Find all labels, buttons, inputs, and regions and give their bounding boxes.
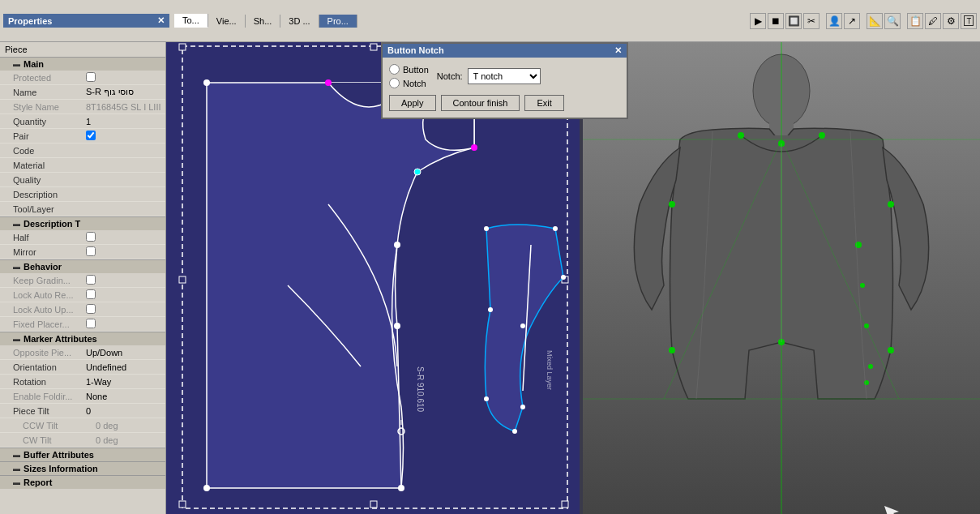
half-label: Half bbox=[13, 233, 86, 242]
svg-rect-3 bbox=[370, 44, 377, 50]
svg-point-29 bbox=[488, 307, 493, 312]
section-desc-label: Description T bbox=[24, 219, 80, 229]
radio-notch[interactable]: Notch bbox=[389, 78, 429, 88]
lock-auto-up-checkbox[interactable] bbox=[86, 304, 96, 314]
toolbar-icon-5[interactable]: 👤 bbox=[826, 13, 842, 29]
radio-notch-input[interactable] bbox=[389, 78, 400, 88]
svg-point-13 bbox=[471, 144, 477, 151]
keep-grading-checkbox[interactable] bbox=[86, 275, 96, 285]
svg-point-52 bbox=[868, 364, 873, 369]
close-icon[interactable]: ✕ bbox=[157, 15, 165, 26]
svg-point-26 bbox=[520, 405, 525, 409]
svg-point-27 bbox=[512, 429, 517, 434]
svg-point-51 bbox=[864, 323, 869, 328]
toolbar-icon-9[interactable]: 📋 bbox=[907, 13, 923, 29]
svg-point-28 bbox=[484, 396, 489, 401]
svg-point-47 bbox=[888, 347, 894, 353]
section-marker[interactable]: ▬ Marker Attributes bbox=[0, 332, 165, 345]
section-description-t[interactable]: ▬ Description T bbox=[0, 216, 165, 230]
toolbar-icon-2[interactable]: ⏹ bbox=[768, 13, 784, 29]
lock-auto-re-value bbox=[86, 289, 162, 301]
canvas-area: S-R 910.610 Mixed Layer bbox=[166, 42, 980, 514]
svg-rect-7 bbox=[179, 501, 186, 508]
dialog-body: Button Notch Notch: T notchV notchCastle… bbox=[383, 58, 627, 118]
description-label: Description bbox=[13, 190, 86, 199]
section-buffer[interactable]: ▬ Buffer Attributes bbox=[0, 448, 165, 461]
piece-label: Piece bbox=[0, 42, 165, 57]
toolbar-icon-6[interactable]: ↗ bbox=[844, 13, 860, 29]
mannequin-container bbox=[583, 42, 980, 514]
svg-point-16 bbox=[394, 323, 400, 329]
expand-icon-sizes: ▬ bbox=[13, 465, 20, 473]
notch-label: Notch: bbox=[437, 71, 463, 81]
svg-point-25 bbox=[520, 323, 525, 328]
name-value: S-R סוסי גוף bbox=[86, 87, 162, 97]
toolbar-icon-1[interactable]: ▶ bbox=[750, 13, 766, 29]
quantity-label: Quantity bbox=[13, 117, 86, 126]
protected-checkbox[interactable] bbox=[86, 72, 96, 82]
main-area: Piece ▬ Main Protected Name S-R סוסי גוף… bbox=[0, 42, 980, 514]
rotation-label: Rotation bbox=[13, 377, 86, 387]
prop-protected: Protected bbox=[0, 71, 165, 85]
expand-icon-report: ▬ bbox=[13, 478, 20, 486]
lock-auto-re-checkbox[interactable] bbox=[86, 289, 96, 299]
half-value bbox=[86, 232, 162, 243]
tab-to[interactable]: To... bbox=[174, 14, 208, 28]
rotation-value: 1-Way bbox=[86, 377, 162, 387]
lock-auto-up-value bbox=[86, 304, 162, 315]
tab-vie[interactable]: Vie... bbox=[208, 15, 246, 28]
dialog-title-bar[interactable]: Button Notch ✕ bbox=[383, 44, 627, 58]
exit-button[interactable]: Exit bbox=[524, 95, 563, 111]
pair-value bbox=[86, 131, 162, 142]
toolbar-icon-4[interactable]: ✂ bbox=[803, 13, 820, 29]
prop-description: Description bbox=[0, 187, 165, 202]
radio-button[interactable]: Button bbox=[389, 64, 429, 75]
viewer-3d[interactable] bbox=[583, 42, 980, 514]
section-sizes[interactable]: ▬ Sizes Information bbox=[0, 461, 165, 475]
dialog-close-icon[interactable]: ✕ bbox=[614, 45, 622, 56]
dialog-title: Button Notch bbox=[387, 45, 444, 56]
half-checkbox[interactable] bbox=[86, 232, 96, 242]
section-report[interactable]: ▬ Report bbox=[0, 475, 165, 489]
toolbar-icon-11[interactable]: ⚙ bbox=[943, 13, 959, 29]
tab-sh[interactable]: Sh... bbox=[246, 15, 281, 28]
svg-point-42 bbox=[738, 132, 744, 139]
apply-button[interactable]: Apply bbox=[389, 95, 436, 111]
ccw-tilt-label: CCW Tilt bbox=[23, 421, 96, 430]
section-marker-label: Marker Attributes bbox=[24, 334, 97, 344]
radio-button-input[interactable] bbox=[389, 64, 400, 75]
svg-point-44 bbox=[669, 201, 675, 208]
section-main[interactable]: ▬ Main bbox=[0, 57, 165, 71]
svg-point-24 bbox=[561, 275, 566, 280]
pair-checkbox[interactable] bbox=[86, 131, 96, 140]
piece-tilt-label: Piece Tilt bbox=[13, 406, 86, 416]
svg-point-50 bbox=[860, 283, 865, 288]
toolbar-icon-12[interactable]: 🅃 bbox=[961, 13, 977, 29]
notch-group: Notch: T notchV notchCastle notchSlit no… bbox=[437, 68, 541, 84]
cw-tilt-value: 0 deg bbox=[96, 435, 162, 445]
toolbar-icon-3[interactable]: 🔲 bbox=[785, 13, 802, 29]
fixed-placer-value bbox=[86, 319, 162, 330]
toolbar-icon-7[interactable]: 📐 bbox=[867, 13, 883, 29]
prop-enable-folding: Enable Foldir... None bbox=[0, 389, 165, 404]
svg-point-43 bbox=[819, 132, 825, 139]
expand-icon-behavior: ▬ bbox=[13, 263, 20, 271]
tab-3d[interactable]: 3D ... bbox=[280, 15, 319, 28]
notch-select[interactable]: T notchV notchCastle notchSlit notch bbox=[468, 68, 541, 84]
prop-keep-grading: Keep Gradin... bbox=[0, 273, 165, 288]
toolbar-icon-8[interactable]: 🔍 bbox=[884, 13, 901, 29]
section-sizes-label: Sizes Information bbox=[24, 464, 98, 473]
fixed-placer-checkbox[interactable] bbox=[86, 319, 96, 328]
prop-rotation: Rotation 1-Way bbox=[0, 375, 165, 389]
section-behavior[interactable]: ▬ Behavior bbox=[0, 259, 165, 273]
svg-rect-5 bbox=[179, 276, 186, 283]
contour-finish-button[interactable]: Contour finish bbox=[441, 95, 520, 111]
mirror-checkbox[interactable] bbox=[86, 246, 96, 256]
quality-label: Quality bbox=[13, 175, 86, 185]
prop-material: Material bbox=[0, 158, 165, 173]
toolbar-icon-10[interactable]: 🖊 bbox=[925, 13, 941, 29]
svg-point-22 bbox=[484, 226, 489, 231]
tab-pro[interactable]: Pro... bbox=[319, 15, 357, 28]
svg-point-14 bbox=[414, 169, 421, 175]
cw-tilt-label: CW Tilt bbox=[23, 435, 96, 445]
